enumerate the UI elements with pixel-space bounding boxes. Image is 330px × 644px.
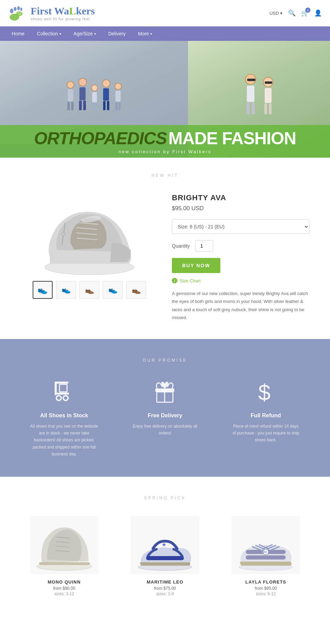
hero-title-green: ORTHOPAEDICS — [34, 129, 167, 148]
spring-item-mono-quinn[interactable]: MONO QUINN from $90.00 sizes: 3-12 — [17, 516, 111, 596]
account-icon[interactable]: 👤 — [314, 9, 322, 17]
size-chart-link[interactable]: i Size Chart — [172, 278, 309, 283]
hero-title-line: ORTHOPAEDICS MADE FASHION — [7, 128, 323, 148]
nav-item-home[interactable]: Home — [6, 26, 31, 41]
thumb-2[interactable]: 👟 — [56, 281, 76, 299]
main-nav: Home Collection ▾ Age/Size ▾ Delivery Mo… — [0, 26, 330, 41]
child-figure-5 — [114, 83, 122, 110]
site-header: First WaLkers shoes well fit for growing… — [0, 0, 330, 26]
spring-grid: MONO QUINN from $90.00 sizes: 3-12 ★ — [17, 516, 313, 596]
header-actions: USD ▾ 🔍 🛒 0 👤 — [270, 9, 322, 17]
spring-item-layla-florets[interactable]: ✿ LAYLA FLORETS from $95.00 sizes: 6-12 — [219, 516, 313, 596]
product-details-column: BRIGHTY AVA $95.00 USD Size: 6 (US) - 21… — [172, 187, 309, 322]
hero-subtitle: new collection by First Walkers — [7, 149, 323, 154]
child-figure-3 — [91, 84, 98, 110]
search-icon[interactable]: 🔍 — [288, 9, 296, 17]
cart-badge: 0 — [305, 8, 310, 13]
spring-item-sizes-2: sizes: 3-9 — [156, 591, 174, 596]
child-figure-2 — [78, 78, 87, 110]
cart-dolly-icon — [51, 378, 78, 406]
spring-item-price-1: from $90.00 — [53, 586, 75, 591]
child-sunglasses-1 — [245, 74, 256, 114]
svg-text:$: $ — [258, 380, 271, 405]
logo-area: First WaLkers shoes well fit for growing… — [8, 4, 95, 22]
more-dropdown-arrow: ▾ — [150, 32, 152, 36]
product-image-column: 👟 👟 👞 👟 👞 — [21, 187, 158, 299]
logo-main: First WaLkers — [31, 5, 95, 16]
layla-florets-image: ✿ — [231, 516, 300, 574]
buy-now-button[interactable]: BUY NOW — [172, 258, 220, 273]
maritime-leo-image: ★ — [131, 516, 199, 574]
thumb-3[interactable]: 👞 — [79, 281, 99, 299]
promise-item-delivery: Free Delivery Enjoy free delivery on abs… — [118, 378, 212, 458]
logo-text: First WaLkers shoes well fit for growing… — [31, 5, 95, 21]
promise-text-stock: All shoes that you see on the website ar… — [30, 423, 99, 458]
thumbnail-row: 👟 👟 👞 👟 👞 — [33, 281, 146, 299]
promise-item-stock: All Shoes in Stock All shoes that you se… — [17, 378, 111, 458]
spring-item-price-3: from $95.00 — [255, 586, 277, 591]
spring-item-sizes-3: sizes: 6-12 — [256, 591, 276, 596]
svg-point-1 — [16, 11, 23, 16]
size-chart-text: Size Chart — [180, 278, 201, 283]
spring-section: SPRING PICK MONO QUINN — [0, 477, 330, 617]
gift-box-icon — [151, 378, 179, 406]
spring-item-name-3: LAYLA FLORETS — [245, 579, 286, 585]
product-section: 👟 👟 👞 👟 👞 BRIGHTY AVA $95.00 USD Size: 6… — [0, 180, 330, 339]
nav-item-more[interactable]: More ▾ — [132, 26, 158, 41]
svg-rect-31 — [146, 556, 184, 560]
spring-item-name-2: MARITIME LEO — [147, 579, 184, 585]
svg-point-4 — [17, 6, 20, 10]
promise-section: OUR PROMISE All Shoes in Stock All shoes… — [0, 339, 330, 477]
svg-point-18 — [63, 396, 68, 400]
product-price: $95.00 USD — [172, 205, 309, 212]
nav-item-delivery[interactable]: Delivery — [102, 26, 132, 41]
child-sunglasses-2 — [263, 77, 273, 114]
promise-title-stock: All Shoes in Stock — [40, 413, 88, 419]
svg-rect-16 — [57, 393, 69, 395]
svg-text:★: ★ — [162, 542, 166, 547]
spring-item-maritime-leo[interactable]: ★ MARITIME LEO from $75.00 sizes: 3-9 — [118, 516, 212, 596]
svg-point-17 — [56, 396, 61, 400]
svg-point-2 — [10, 9, 13, 13]
svg-rect-15 — [55, 382, 57, 395]
collection-dropdown-arrow: ▾ — [59, 32, 61, 36]
quantity-label: Quantity — [172, 243, 190, 249]
svg-rect-33 — [246, 555, 286, 560]
promise-item-refund: $ Full Refund Piece-of-mind refund withi… — [219, 378, 313, 458]
dollar-sign-icon: $ — [252, 378, 279, 406]
cart-icon[interactable]: 🛒 0 — [301, 9, 309, 17]
nav-item-agesize[interactable]: Age/Size ▾ — [67, 26, 102, 41]
product-name: BRIGHTY AVA — [172, 193, 309, 202]
spring-item-name-1: MONO QUINN — [48, 579, 81, 585]
spring-item-sizes-1: sizes: 3-12 — [54, 591, 74, 596]
spring-section-label: SPRING PICK — [17, 496, 313, 500]
hero-title-white: MADE FASHION — [168, 129, 296, 148]
svg-point-5 — [20, 8, 22, 11]
promise-section-label: OUR PROMISE — [17, 358, 313, 363]
quantity-input[interactable] — [195, 240, 213, 252]
agesize-dropdown-arrow: ▾ — [94, 32, 96, 36]
quantity-row: Quantity — [172, 240, 309, 252]
mono-quinn-image — [30, 516, 99, 574]
size-select[interactable]: Size: 6 (US) - 21 (EU)Size: 7 (US) - 22 … — [172, 219, 309, 234]
thumb-5[interactable]: 👞 — [126, 281, 146, 299]
spring-item-price-2: from $75.00 — [154, 586, 176, 591]
promise-title-delivery: Free Delivery — [148, 413, 183, 419]
nav-item-collection[interactable]: Collection ▾ — [31, 26, 67, 41]
logo-icon — [8, 4, 27, 22]
hero-banner: ORTHOPAEDICS MADE FASHION new collection… — [0, 41, 330, 158]
svg-point-3 — [14, 7, 16, 11]
svg-text:✿: ✿ — [261, 549, 265, 554]
svg-rect-19 — [59, 384, 67, 392]
thumb-4[interactable]: 👟 — [103, 281, 123, 299]
logo-sub: shoes well fit for growing feet — [31, 17, 95, 21]
child-figure-4 — [102, 79, 110, 110]
promise-title-refund: Full Refund — [251, 413, 281, 419]
promise-grid: All Shoes in Stock All shoes that you se… — [17, 378, 313, 458]
promise-text-delivery: Enjoy free delivery on absolutely all or… — [131, 423, 199, 437]
hero-overlay: ORTHOPAEDICS MADE FASHION new collection… — [0, 125, 330, 158]
promise-text-refund: Piece-of-mind refund within 14 days of p… — [231, 423, 300, 444]
currency-button[interactable]: USD ▾ — [270, 11, 283, 16]
thumb-1[interactable]: 👟 — [33, 281, 53, 299]
shoe-illustration — [40, 188, 139, 278]
